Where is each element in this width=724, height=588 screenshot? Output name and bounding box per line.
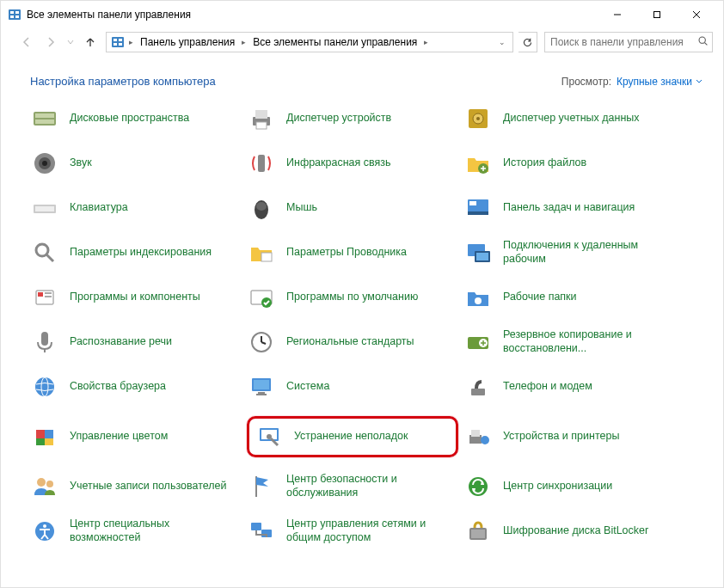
refresh-button[interactable] (518, 32, 537, 52)
cpl-item-label[interactable]: Инфракрасная связь (286, 156, 391, 170)
cpl-item-label[interactable]: Резервное копирование и восстановлени... (503, 328, 671, 355)
cpl-item-label[interactable]: Параметры индексирования (70, 246, 212, 260)
svg-rect-4 (15, 15, 19, 18)
cpl-item-label[interactable]: Центр специальных возможностей (70, 518, 237, 544)
cpl-item-label[interactable]: Рабочие папки (503, 291, 577, 304)
cpl-item-label[interactable]: Диспетчер учетных данных (503, 112, 640, 126)
cpl-item-label[interactable]: Параметры Проводника (286, 246, 407, 260)
cpl-item-label[interactable]: Центр управления сетями и общим доступом (286, 518, 454, 544)
nav-forward-button[interactable] (40, 32, 61, 52)
cpl-item-devices-printers[interactable]: Устройства и принтеры (463, 416, 675, 457)
cpl-item-mouse[interactable]: Мышь (247, 193, 458, 224)
page-title: Настройка параметров компьютера (30, 75, 216, 88)
cpl-item-indexing-options[interactable]: Параметры индексирования (30, 237, 242, 268)
cpl-item-remote-desktop[interactable]: Подключения к удаленным рабочим (463, 237, 675, 268)
backup-restore-icon (463, 328, 493, 357)
nav-recent-dropdown[interactable] (64, 32, 77, 52)
cpl-item-label[interactable]: История файлов (503, 156, 586, 170)
cpl-item-security-maintenance[interactable]: Центр безопасности и обслуживания (247, 471, 458, 502)
cpl-item-label[interactable]: Телефон и модем (503, 380, 592, 394)
cpl-item-device-manager[interactable]: Диспетчер устройств (247, 103, 458, 134)
cpl-item-keyboard[interactable]: Клавиатура (30, 193, 242, 224)
cpl-item-file-history[interactable]: История файлов (463, 148, 675, 179)
cpl-item-label[interactable]: Свойства браузера (70, 380, 166, 394)
cpl-item-default-programs[interactable]: Программы по умолчанию (247, 282, 458, 313)
cpl-item-label[interactable]: Подключения к удаленным рабочим (503, 239, 671, 266)
cpl-item-label[interactable]: Клавиатура (70, 201, 128, 215)
breadcrumb-chevron-icon[interactable]: ▸ (127, 38, 135, 46)
cpl-item-label[interactable]: Панель задач и навигация (503, 201, 635, 215)
search-icon[interactable] (693, 35, 712, 49)
cpl-item-label[interactable]: Региональные стандарты (286, 335, 414, 349)
items-grid: Дисковые пространстваДиспетчер устройств… (30, 103, 703, 557)
svg-point-14 (699, 37, 705, 43)
work-folders-icon (463, 283, 493, 312)
cpl-item-label[interactable]: Центр синхронизации (503, 480, 612, 493)
cpl-item-label[interactable]: Центр безопасности и обслуживания (286, 473, 454, 499)
nav-up-button[interactable] (80, 32, 101, 52)
cpl-item-work-folders[interactable]: Рабочие папки (463, 282, 675, 313)
cpl-item-infrared[interactable]: Инфракрасная связь (247, 148, 458, 179)
cpl-item-phone-modem[interactable]: Телефон и модем (463, 371, 675, 402)
svg-rect-31 (35, 206, 54, 211)
color-management-icon (30, 422, 59, 451)
maximize-button[interactable] (637, 3, 677, 27)
cpl-item-label[interactable]: Программы и компоненты (70, 291, 200, 304)
svg-rect-82 (471, 530, 485, 538)
search-box[interactable] (544, 32, 713, 52)
cpl-item-internet-options[interactable]: Свойства браузера (30, 371, 242, 402)
cpl-item-user-accounts[interactable]: Учетные записи пользователей (30, 471, 242, 502)
breadcrumb-chevron-icon[interactable]: ▸ (240, 38, 248, 46)
svg-rect-2 (15, 11, 19, 14)
breadcrumb-chevron-icon[interactable]: ▸ (422, 38, 430, 46)
svg-rect-72 (471, 430, 480, 437)
cpl-item-label[interactable]: Устройства и принтеры (503, 430, 619, 444)
cpl-item-taskbar-navigation[interactable]: Панель задач и навигация (463, 193, 675, 224)
cpl-item-system[interactable]: Система (247, 371, 458, 402)
storage-spaces-icon (30, 104, 59, 133)
cpl-item-label[interactable]: Учетные записи пользователей (70, 480, 227, 493)
cpl-item-label[interactable]: Шифрование диска BitLocker (503, 524, 648, 538)
cpl-item-troubleshooting[interactable]: Устранение неполадок (247, 416, 458, 457)
cpl-item-sync-center[interactable]: Центр синхронизации (463, 471, 675, 502)
address-bar[interactable]: ▸ Панель управления ▸ Все элементы панел… (106, 32, 513, 52)
cpl-item-speech-recognition[interactable]: Распознавание речи (30, 327, 242, 358)
svg-rect-9 (112, 37, 124, 47)
cpl-item-label[interactable]: Устранение неполадок (294, 430, 408, 444)
cpl-item-backup-restore[interactable]: Резервное копирование и восстановлени... (463, 327, 675, 358)
svg-rect-50 (41, 332, 48, 346)
search-input[interactable] (545, 36, 693, 48)
phone-modem-icon (463, 372, 493, 401)
cpl-item-label[interactable]: Дисковые пространства (70, 112, 189, 126)
cpl-item-label[interactable]: Система (286, 380, 329, 394)
internet-options-icon (30, 372, 59, 401)
cpl-item-label[interactable]: Диспетчер устройств (286, 112, 391, 126)
address-history-dropdown[interactable]: ⌄ (494, 38, 511, 46)
svg-rect-60 (254, 380, 269, 389)
troubleshooting-icon (255, 422, 284, 451)
cpl-item-ease-of-access[interactable]: Центр специальных возможностей (30, 516, 242, 547)
cpl-item-color-management[interactable]: Управление цветом (30, 416, 242, 457)
sync-center-icon (463, 472, 493, 501)
breadcrumb-all-items[interactable]: Все элементы панели управления (248, 34, 422, 50)
minimize-button[interactable] (598, 3, 637, 27)
view-by-label: Просмотр: (561, 76, 611, 88)
nav-back-button[interactable] (16, 32, 37, 52)
cpl-item-label[interactable]: Мышь (286, 201, 317, 215)
svg-rect-62 (256, 394, 267, 395)
breadcrumb-control-panel[interactable]: Панель управления (135, 34, 240, 50)
cpl-item-label[interactable]: Звук (70, 156, 92, 170)
cpl-item-sound[interactable]: Звук (30, 148, 242, 179)
cpl-item-label[interactable]: Распознавание речи (70, 335, 172, 349)
cpl-item-label[interactable]: Управление цветом (70, 430, 168, 444)
cpl-item-label[interactable]: Программы по умолчанию (286, 291, 418, 304)
cpl-item-explorer-options[interactable]: Параметры Проводника (247, 237, 458, 268)
close-button[interactable] (677, 3, 716, 27)
cpl-item-network-sharing[interactable]: Центр управления сетями и общим доступом (247, 516, 458, 547)
view-by-selector[interactable]: Крупные значки (617, 76, 703, 88)
cpl-item-credential-manager[interactable]: Диспетчер учетных данных (463, 103, 675, 134)
cpl-item-region[interactable]: Региональные стандарты (247, 327, 458, 358)
cpl-item-storage-spaces[interactable]: Дисковые пространства (30, 103, 242, 134)
cpl-item-programs-features[interactable]: Программы и компоненты (30, 282, 242, 313)
cpl-item-bitlocker[interactable]: Шифрование диска BitLocker (463, 516, 675, 547)
